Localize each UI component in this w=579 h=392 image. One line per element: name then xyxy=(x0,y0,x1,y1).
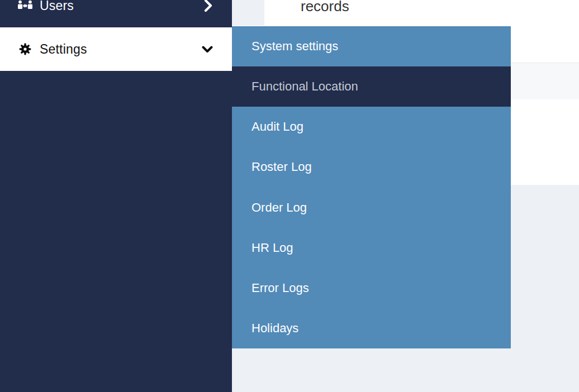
sidebar-item-label: Users xyxy=(40,0,202,13)
chevron-right-icon xyxy=(202,0,214,13)
sidebar: Users xyxy=(0,0,232,392)
chevron-down-icon xyxy=(201,43,214,55)
submenu-item-order-log[interactable]: Order Log xyxy=(232,188,511,228)
submenu-item-roster-log[interactable]: Roster Log xyxy=(232,147,511,187)
submenu-item-error-logs[interactable]: Error Logs xyxy=(232,268,511,308)
gear-icon xyxy=(18,42,32,56)
sidebar-item-settings[interactable]: Settings xyxy=(0,27,232,71)
records-count-text: records xyxy=(301,0,349,15)
submenu-item-holidays[interactable]: Holidays xyxy=(232,308,511,348)
sidebar-item-users[interactable]: Users xyxy=(0,0,232,27)
submenu-item-system-settings[interactable]: System settings xyxy=(232,26,511,66)
people-arrows-icon xyxy=(18,0,32,12)
settings-submenu: System settings Functional Location Audi… xyxy=(232,26,511,348)
submenu-item-functional-location[interactable]: Functional Location xyxy=(232,66,511,107)
sidebar-item-label: Settings xyxy=(40,42,201,57)
content-gap xyxy=(232,0,264,26)
submenu-item-audit-log[interactable]: Audit Log xyxy=(232,107,511,147)
submenu-item-hr-log[interactable]: HR Log xyxy=(232,228,511,268)
